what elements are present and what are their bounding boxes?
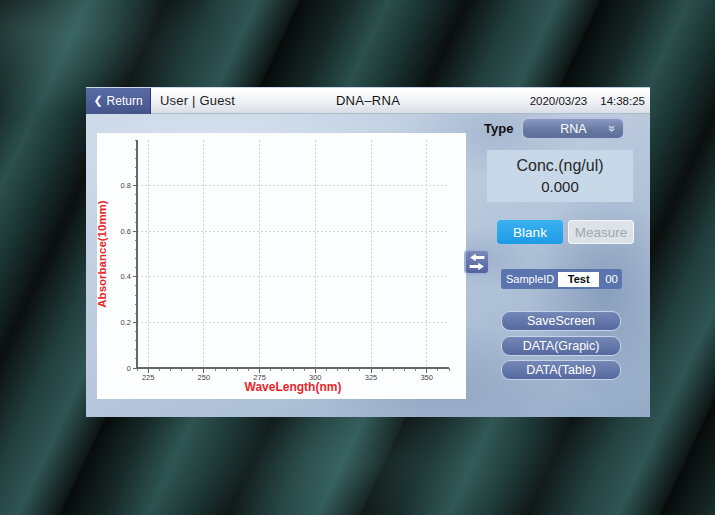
return-button-label: Return xyxy=(107,94,143,108)
data-table-button[interactable]: DATA(Table) xyxy=(501,360,621,380)
y-axis-label: Absorbance(10mm) xyxy=(97,200,108,308)
type-dropdown[interactable]: RNA » xyxy=(521,117,625,140)
sample-id-input[interactable]: Test xyxy=(558,272,599,287)
date-label: 2020/03/23 xyxy=(530,95,588,107)
user-status-label: User | Guest xyxy=(160,93,235,108)
concentration-value: 0.000 xyxy=(541,178,579,195)
sample-id-number: 00 xyxy=(605,273,618,285)
svg-text:350: 350 xyxy=(420,373,433,382)
svg-text:0.8: 0.8 xyxy=(121,181,131,190)
data-graphic-button[interactable]: DATA(Grapic) xyxy=(501,336,621,356)
type-label: Type xyxy=(484,121,513,136)
photo-background: ❮ Return User | Guest DNA–RNA 2020/03/23… xyxy=(0,0,715,515)
sample-id-label: SampleID xyxy=(506,273,554,285)
top-bar: ❮ Return User | Guest DNA–RNA 2020/03/23… xyxy=(86,88,650,114)
svg-text:0.2: 0.2 xyxy=(121,318,131,327)
concentration-display: Conc.(ng/ul) 0.000 xyxy=(487,150,633,202)
svg-text:325: 325 xyxy=(365,373,378,382)
blank-button[interactable]: Blank xyxy=(497,220,563,244)
datetime-group: 2020/03/23 14:38:25 xyxy=(530,95,650,107)
type-dropdown-value: RNA xyxy=(560,122,586,136)
sample-id-bar: SampleID Test 00 xyxy=(501,269,622,289)
measure-button[interactable]: Measure xyxy=(568,220,634,244)
time-label: 14:38:25 xyxy=(600,95,645,107)
device-screen: ❮ Return User | Guest DNA–RNA 2020/03/23… xyxy=(86,87,650,417)
svg-text:0.4: 0.4 xyxy=(121,272,131,281)
svg-text:0.6: 0.6 xyxy=(121,227,131,236)
svg-text:0: 0 xyxy=(127,364,131,373)
svg-text:225: 225 xyxy=(142,373,155,382)
type-row: Type RNA » xyxy=(484,117,634,140)
x-axis-label: WaveLength(nm) xyxy=(245,380,342,394)
return-button[interactable]: ❮ Return xyxy=(86,88,151,114)
absorbance-chart: 22525027530032535000.20.40.60.8WaveLengt… xyxy=(97,133,466,399)
swap-panel-button[interactable] xyxy=(464,249,490,275)
concentration-title: Conc.(ng/ul) xyxy=(516,157,603,175)
double-chevron-down-icon: » xyxy=(606,125,618,132)
back-chevron-icon: ❮ xyxy=(93,95,102,106)
swap-arrows-icon xyxy=(467,253,487,271)
save-screen-button[interactable]: SaveScreen xyxy=(501,311,621,331)
svg-text:250: 250 xyxy=(198,373,211,382)
